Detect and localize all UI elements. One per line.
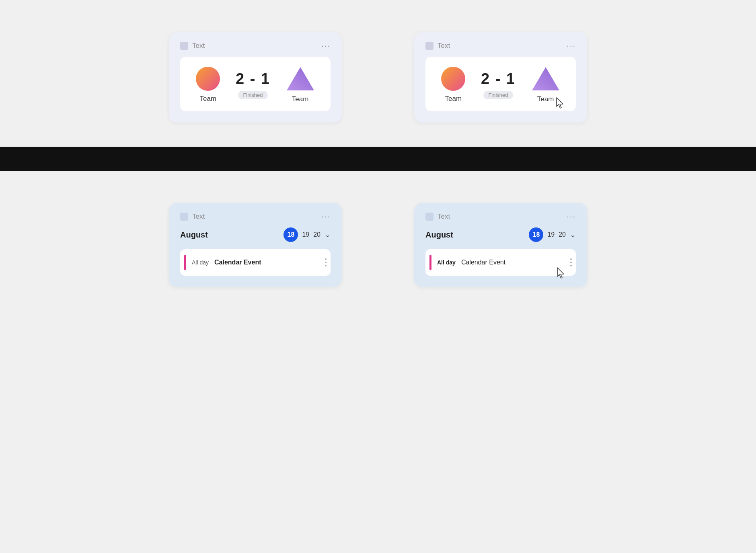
calendar-date-20-left[interactable]: 20 xyxy=(313,231,320,238)
team1-right-name: Team xyxy=(445,95,462,103)
event-color-bar-right xyxy=(429,255,431,270)
score-card-left-header: Text ··· xyxy=(180,41,331,50)
team1-left-name: Team xyxy=(200,95,217,103)
team2-right-name: Team xyxy=(537,95,554,103)
calendar-card-right-menu[interactable]: ··· xyxy=(567,212,576,221)
divider-bar xyxy=(0,147,756,171)
calendar-card-right-title: Text xyxy=(438,213,450,221)
svg-marker-0 xyxy=(287,67,314,90)
calendar-chevron-left[interactable]: ⌄ xyxy=(325,230,331,239)
calendar-event-row-right[interactable]: All day Calendar Event xyxy=(425,249,576,276)
calendar-date-18-right[interactable]: 18 xyxy=(529,227,543,242)
team2-left-name: Team xyxy=(292,95,309,103)
score-card-left: Text ··· Team 2 - 1 Finished xyxy=(169,32,342,123)
calendar-header-row-left: August 18 19 20 ⌄ xyxy=(180,227,331,242)
score-card-left-menu[interactable]: ··· xyxy=(321,41,331,50)
calendar-dates-right: 18 19 20 ⌄ xyxy=(529,227,576,242)
team1-right-icon xyxy=(441,67,465,91)
score-center-left: 2 - 1 Finished xyxy=(236,70,270,99)
score-value-left: 2 - 1 xyxy=(236,70,270,88)
event-name-right: Calendar Event xyxy=(461,259,570,266)
calendar-date-20-right[interactable]: 20 xyxy=(559,231,566,238)
event-dots-right[interactable] xyxy=(570,258,572,266)
calendar-chevron-right[interactable]: ⌄ xyxy=(570,230,576,239)
score-card-right: Text ··· Team 2 - 1 Finished xyxy=(414,32,587,123)
calendar-month-right: August xyxy=(425,230,453,240)
team2-right: Team xyxy=(531,66,560,103)
team2-left: Team xyxy=(286,66,315,103)
score-card-left-checkbox[interactable] xyxy=(180,42,188,50)
calendar-card-right: Text ··· August 18 19 20 ⌄ All day Calen xyxy=(414,203,587,287)
event-allday-right: All day xyxy=(437,259,456,266)
score-card-right-checkbox[interactable] xyxy=(425,42,433,50)
calendar-header-row-right: August 18 19 20 ⌄ xyxy=(425,227,576,242)
score-card-left-title: Text xyxy=(192,42,205,50)
calendar-date-19-left[interactable]: 19 xyxy=(302,231,309,238)
calendar-month-left: August xyxy=(180,230,208,240)
svg-marker-1 xyxy=(532,67,559,90)
score-card-right-header: Text ··· xyxy=(425,41,576,50)
calendar-card-right-checkbox[interactable] xyxy=(425,213,433,221)
event-color-bar-left xyxy=(184,255,186,270)
calendar-date-19-right[interactable]: 19 xyxy=(547,231,555,238)
calendar-date-18-left[interactable]: 18 xyxy=(284,227,298,242)
event-allday-left: All day xyxy=(192,259,209,266)
score-card-right-menu[interactable]: ··· xyxy=(567,41,576,50)
score-inner-right: Team 2 - 1 Finished xyxy=(425,57,576,111)
score-status-right: Finished xyxy=(483,91,513,99)
team1-left: Team xyxy=(196,67,220,103)
score-value-right: 2 - 1 xyxy=(481,70,516,88)
calendar-card-left-title: Text xyxy=(192,213,205,221)
score-center-right: 2 - 1 Finished xyxy=(481,70,516,99)
team2-left-icon xyxy=(286,66,315,91)
calendar-card-left-checkbox[interactable] xyxy=(180,213,188,221)
score-inner-left: Team 2 - 1 Finished xyxy=(180,57,331,111)
score-card-right-title: Text xyxy=(438,42,450,50)
team1-right: Team xyxy=(441,67,465,103)
calendar-dates-left: 18 19 20 ⌄ xyxy=(284,227,331,242)
calendar-event-row-left[interactable]: All day Calendar Event xyxy=(180,249,331,276)
event-dots-left[interactable] xyxy=(325,258,327,266)
calendar-card-left-header: Text ··· xyxy=(180,212,331,221)
event-name-left: Calendar Event xyxy=(214,259,325,266)
calendar-card-right-header: Text ··· xyxy=(425,212,576,221)
team1-left-icon xyxy=(196,67,220,91)
score-status-left: Finished xyxy=(238,91,267,99)
calendar-card-left-menu[interactable]: ··· xyxy=(321,212,331,221)
team2-right-icon xyxy=(531,66,560,91)
calendar-card-left: Text ··· August 18 19 20 ⌄ All day Calen xyxy=(169,203,342,287)
